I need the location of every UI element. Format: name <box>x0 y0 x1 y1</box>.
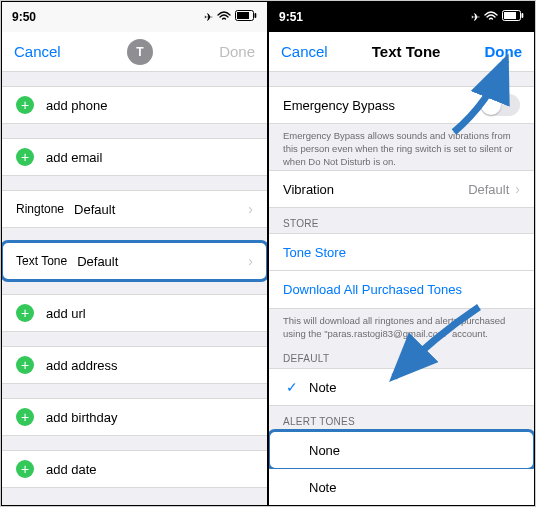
add-phone-row[interactable]: + add phone <box>2 86 267 124</box>
add-email-row[interactable]: + add email <box>2 138 267 176</box>
row-label: add date <box>46 462 97 477</box>
nav-bar: Cancel Text Tone Done <box>269 32 534 72</box>
plus-icon: + <box>16 460 34 478</box>
field-value: Default <box>74 202 115 217</box>
vibration-row[interactable]: Vibration Default › <box>269 170 534 208</box>
wifi-icon <box>484 10 498 24</box>
status-bar: 9:51 ✈︎ <box>269 2 534 32</box>
field-label: Ringtone <box>16 202 64 216</box>
row-label: add email <box>46 150 102 165</box>
done-button[interactable]: Done <box>484 43 522 60</box>
svg-rect-1 <box>237 12 249 19</box>
field-value: Default <box>77 254 118 269</box>
battery-icon <box>235 10 257 24</box>
alert-tone-note[interactable]: Note <box>269 469 534 505</box>
plus-icon: + <box>16 408 34 426</box>
section-header-default: DEFAULT <box>269 349 534 368</box>
airplane-icon: ✈︎ <box>471 11 480 24</box>
chevron-right-icon: › <box>248 201 253 217</box>
default-tone-row[interactable]: ✓ Note <box>269 368 534 406</box>
row-label: add phone <box>46 98 107 113</box>
row-label: Note <box>309 380 336 395</box>
add-url-row[interactable]: + add url <box>2 294 267 332</box>
wifi-icon <box>217 10 231 24</box>
status-time: 9:51 <box>279 10 303 24</box>
section-header-alert: ALERT TONES <box>269 412 534 431</box>
add-address-row[interactable]: + add address <box>2 346 267 384</box>
status-icons: ✈︎ <box>471 10 524 24</box>
field-label: Text Tone <box>16 254 67 268</box>
row-label: Emergency Bypass <box>283 98 395 113</box>
tone-store-row[interactable]: Tone Store <box>269 233 534 271</box>
row-value: Default <box>468 182 509 197</box>
cancel-button[interactable]: Cancel <box>281 43 328 60</box>
section-header-store: STORE <box>269 214 534 233</box>
battery-icon <box>502 10 524 24</box>
plus-icon: + <box>16 148 34 166</box>
avatar[interactable]: T <box>127 39 153 65</box>
emergency-note: Emergency Bypass allows sounds and vibra… <box>269 124 534 170</box>
status-bar: 9:50 ✈︎ <box>2 2 267 32</box>
airplane-icon: ✈︎ <box>204 11 213 24</box>
svg-rect-2 <box>255 13 257 18</box>
alert-tone-none[interactable]: None <box>269 431 534 469</box>
download-all-row[interactable]: Download All Purchased Tones <box>269 271 534 309</box>
row-label: Note <box>309 480 336 495</box>
row-label: add url <box>46 306 86 321</box>
row-label: None <box>309 443 340 458</box>
status-icons: ✈︎ <box>204 10 257 24</box>
plus-icon: + <box>16 96 34 114</box>
scroll-area[interactable]: + add phone + add email Ringtone Default… <box>2 72 267 505</box>
text-tone-screen: 9:51 ✈︎ Cancel Text Tone Done Emergency … <box>268 1 535 506</box>
add-birthday-row[interactable]: + add birthday <box>2 398 267 436</box>
ringtone-row[interactable]: Ringtone Default › <box>2 190 267 228</box>
checkmark-icon: ✓ <box>283 379 301 395</box>
add-date-row[interactable]: + add date <box>2 450 267 488</box>
plus-icon: + <box>16 304 34 322</box>
page-title: Text Tone <box>372 43 441 60</box>
svg-rect-4 <box>504 12 516 19</box>
row-label: Download All Purchased Tones <box>283 282 462 297</box>
row-label: add birthday <box>46 410 118 425</box>
cancel-button[interactable]: Cancel <box>14 43 61 60</box>
row-label: Vibration <box>283 182 334 197</box>
toggle-switch[interactable] <box>480 94 520 116</box>
row-label: Tone Store <box>283 245 346 260</box>
nav-bar: Cancel T Done <box>2 32 267 72</box>
emergency-bypass-row[interactable]: Emergency Bypass <box>269 86 534 124</box>
store-note: This will download all ringtones and ale… <box>269 309 534 343</box>
chevron-right-icon: › <box>515 181 520 197</box>
done-button[interactable]: Done <box>219 43 255 60</box>
scroll-area[interactable]: Emergency Bypass Emergency Bypass allows… <box>269 72 534 505</box>
status-time: 9:50 <box>12 10 36 24</box>
chevron-right-icon: › <box>248 253 253 269</box>
text-tone-row[interactable]: Text Tone Default › <box>2 242 267 280</box>
svg-rect-5 <box>522 13 524 18</box>
edit-contact-screen: 9:50 ✈︎ Cancel T Done + add phone <box>1 1 268 506</box>
plus-icon: + <box>16 356 34 374</box>
row-label: add address <box>46 358 118 373</box>
